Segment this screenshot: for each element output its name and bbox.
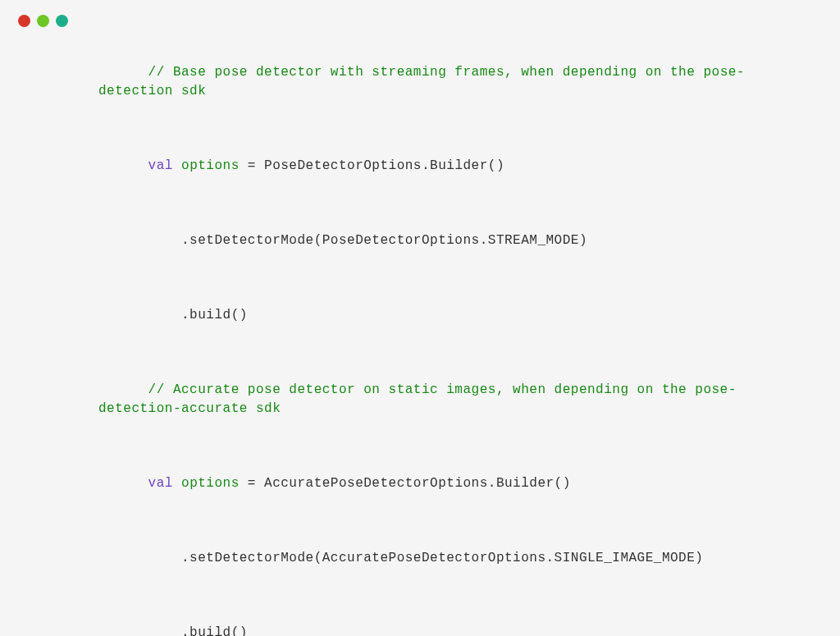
code-text: .setDetectorMode(PoseDetectorOptions.STR…: [148, 233, 587, 248]
code-line: val options = AccuratePoseDetectorOption…: [98, 456, 807, 511]
code-text: .build(): [148, 625, 248, 636]
code-keyword: val: [148, 158, 173, 173]
code-window: // Base pose detector with streaming fra…: [0, 0, 840, 636]
code-comment-line: // Accurate pose detector on static imag…: [98, 363, 807, 437]
code-comment-line: // Base pose detector with streaming fra…: [98, 45, 807, 119]
code-text: = PoseDetectorOptions.Builder(): [240, 158, 504, 173]
code-editor: // Base pose detector with streaming fra…: [0, 45, 840, 636]
code-text: .build(): [148, 308, 248, 323]
code-text: = AccuratePoseDetectorOptions.Builder(): [240, 476, 571, 491]
code-variable: options: [173, 476, 240, 491]
code-keyword: val: [148, 476, 173, 491]
code-comment: // Accurate pose detector on static imag…: [148, 382, 696, 397]
code-comment: // Base pose detector with streaming fra…: [148, 65, 704, 80]
code-line: .setDetectorMode(AccuratePoseDetectorOpt…: [98, 531, 807, 586]
code-text: .setDetectorMode(AccuratePoseDetectorOpt…: [148, 551, 704, 565]
code-line: val options = PoseDetectorOptions.Builde…: [98, 139, 807, 194]
close-window-button[interactable]: [18, 15, 30, 27]
code-line: .build(): [98, 288, 807, 343]
minimize-window-button[interactable]: [37, 15, 49, 27]
code-line: .setDetectorMode(PoseDetectorOptions.STR…: [98, 213, 807, 268]
window-controls: [0, 15, 840, 27]
maximize-window-button[interactable]: [56, 15, 68, 27]
code-line: .build(): [98, 606, 807, 636]
code-variable: options: [173, 158, 240, 173]
